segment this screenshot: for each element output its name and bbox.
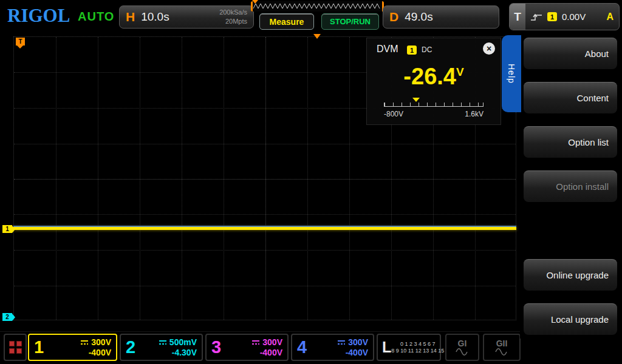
dvm-popup: DVM 1 DC × -26.4V -800V 1.6kV	[366, 38, 501, 125]
channel2-scale: 500mV	[169, 337, 197, 348]
trigger-status-box[interactable]: T 1 0.00V A	[509, 3, 620, 30]
dvm-scale-min: -800V	[384, 110, 403, 118]
dvm-coupling-mode: DC	[422, 46, 432, 54]
sidebar-item-about[interactable]: About	[524, 38, 617, 69]
channel2-position-marker[interactable]: 2	[2, 313, 12, 321]
close-icon[interactable]: ×	[483, 42, 495, 55]
channel3-offset: -400V	[228, 348, 282, 358]
channel2-number: 2	[126, 337, 143, 357]
gridline	[307, 37, 308, 320]
trigger-level-value: 0.00V	[562, 12, 586, 22]
dvm-unit: V	[456, 66, 464, 78]
delay-box[interactable]: D 49.0s	[383, 5, 499, 29]
gridline	[14, 214, 516, 215]
channel2-status-block[interactable]: 2 500mV -4.30V	[120, 334, 203, 361]
generator2-block[interactable]: GII	[483, 334, 521, 361]
main-menu-button[interactable]	[4, 334, 27, 361]
oscilloscope-screen: RIGOL AUTO H 10.0s 200kSa/s 20Mpts Measu…	[0, 0, 622, 364]
generator2-label: GII	[496, 339, 508, 348]
overview-trigger-position-icon	[252, 0, 258, 4]
dc-coupling-icon	[337, 339, 346, 345]
channel3-scale: 300V	[262, 337, 282, 348]
channel2-offset: -4.30V	[143, 348, 197, 358]
delay-value: 49.0s	[405, 10, 432, 24]
channel1-scale: 300V	[91, 337, 111, 348]
generator1-block[interactable]: GI	[445, 334, 479, 361]
overview-zigzag-icon	[251, 1, 384, 12]
dvm-title: DVM	[377, 44, 398, 55]
gridline	[14, 250, 516, 251]
trigger-sweep-mode: A	[606, 12, 613, 22]
channel4-scale: 300V	[348, 337, 368, 348]
measure-button[interactable]: Measure	[259, 13, 314, 30]
logic-channels-block[interactable]: L 0 1 2 3 4 5 6 7 8 9 10 11 12 13 14 15	[377, 334, 441, 361]
channel3-number: 3	[211, 337, 228, 357]
dc-coupling-icon	[251, 339, 260, 345]
stop-run-button[interactable]: STOP/RUN	[321, 13, 379, 30]
help-tab[interactable]: Help	[502, 35, 521, 112]
sidebar-item-content[interactable]: Content	[524, 82, 617, 113]
delay-label: D	[389, 10, 398, 24]
horizontal-timebase-box[interactable]: H 10.0s 200kSa/s 20Mpts	[119, 5, 254, 29]
menu-sidebar: About Content Option list Option install…	[520, 33, 622, 339]
channel1-position-marker[interactable]: 1	[2, 225, 12, 233]
channel1-number: 1	[34, 337, 51, 357]
gridline	[14, 286, 516, 286]
gridline	[140, 37, 140, 320]
gridline-center-vertical	[265, 37, 266, 320]
gridline-center-horizontal	[14, 179, 516, 180]
channel4-offset: -400V	[314, 348, 368, 358]
trigger-level-marker[interactable]: T	[16, 38, 25, 46]
dvm-source-badge: 1	[407, 46, 417, 55]
generator1-label: GI	[458, 339, 467, 348]
gridline	[98, 37, 98, 320]
horizontal-label: H	[126, 10, 135, 24]
trigger-edge-icon	[530, 12, 544, 22]
gridline	[56, 37, 56, 320]
channel3-status-block[interactable]: 3 300V -400V	[205, 334, 289, 361]
gridline	[14, 144, 516, 144]
gridline	[182, 37, 182, 320]
menu-grid-icon	[9, 341, 22, 354]
sidebar-item-option-install: Option install	[524, 170, 617, 202]
dc-coupling-icon	[159, 339, 167, 345]
dvm-scale-ruler	[384, 103, 484, 107]
trigger-label: T	[510, 4, 525, 30]
dc-coupling-icon	[80, 339, 89, 345]
trigger-position-marker[interactable]	[313, 34, 321, 39]
logic-channel-numbers: 0 1 2 3 4 5 6 7 8 9 10 11 12 13 14 15	[391, 341, 444, 354]
channel4-number: 4	[297, 337, 314, 357]
dvm-scale-pointer-icon	[412, 98, 420, 102]
gridline	[224, 37, 224, 320]
sine-wave-icon	[455, 348, 470, 356]
trigger-source-badge: 1	[547, 12, 557, 21]
sidebar-item-option-list[interactable]: Option list	[524, 126, 617, 158]
rigol-logo: RIGOL	[7, 5, 70, 27]
waveform-overview-strip[interactable]	[251, 1, 384, 12]
dvm-scale-max: 1.6kV	[465, 110, 484, 118]
acquisition-mode-indicator: AUTO	[78, 10, 114, 24]
gridline	[349, 37, 350, 320]
sine-wave-icon	[494, 348, 509, 356]
sample-rate-info: 200kSa/s 20Mpts	[219, 8, 247, 26]
channel1-trace	[13, 227, 516, 230]
timebase-value: 10.0s	[141, 10, 169, 24]
channel1-status-block[interactable]: 1 300V -400V	[28, 334, 117, 361]
sidebar-item-online-upgrade[interactable]: Online upgrade	[524, 259, 617, 291]
channel4-status-block[interactable]: 4 300V -400V	[291, 334, 374, 361]
logic-label: L	[382, 339, 391, 356]
sidebar-item-local-upgrade[interactable]: Local upgrade	[524, 303, 617, 335]
dvm-reading: -26.4V	[367, 64, 501, 90]
channel1-offset: -400V	[51, 348, 111, 358]
